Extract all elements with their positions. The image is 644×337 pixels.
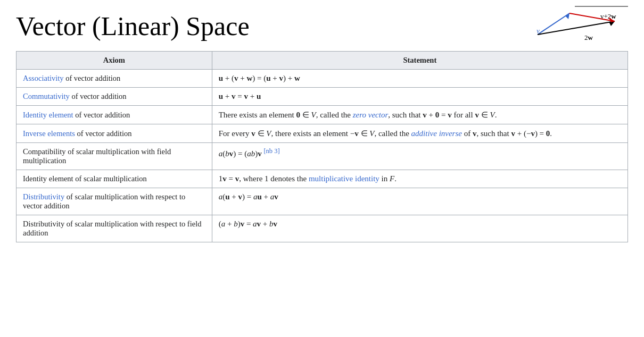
axiom-header: Axiom bbox=[16, 52, 212, 70]
table-row: Inverse elements of vector addition For … bbox=[16, 124, 628, 143]
axiom-text: of vector addition bbox=[65, 74, 120, 82]
axiom-text: Identity element of scalar multiplicatio… bbox=[23, 174, 147, 183]
table-row: Commutativity of vector addition u + v =… bbox=[16, 88, 628, 106]
table-row: Identity element of vector addition Ther… bbox=[16, 106, 628, 124]
table-row: Compatibility of scalar multiplication w… bbox=[16, 143, 628, 170]
axiom-text: of vector addition bbox=[75, 111, 130, 119]
multiplicative-identity-link[interactable]: multiplicative identity bbox=[309, 174, 379, 183]
distributivity-link[interactable]: Distributivity bbox=[23, 192, 64, 201]
commutativity-link[interactable]: Commutativity bbox=[23, 92, 70, 100]
statement-cell: a(u + v) = au + av bbox=[212, 188, 628, 215]
statement-text: a(u + v) = au + av bbox=[219, 192, 278, 201]
statement-text: For every v ∈ V, there exists an element… bbox=[219, 129, 552, 138]
w2-label: 2w bbox=[584, 33, 593, 41]
nb3-link[interactable]: [nb 3] bbox=[263, 149, 279, 158]
top-section: Vector (Linear) Space v v+2w 2w bbox=[16, 11, 628, 51]
axiom-cell: Distributivity of scalar multiplication … bbox=[16, 215, 212, 242]
inverse-elements-link[interactable]: Inverse elements bbox=[23, 129, 75, 138]
axiom-text: Compatibility of scalar multiplication w… bbox=[23, 147, 171, 165]
axioms-table: Axiom Statement Associativity of vector … bbox=[16, 51, 628, 242]
statement-cell: u + v = v + u bbox=[212, 88, 628, 106]
axiom-text: of vector addition bbox=[77, 129, 131, 138]
table-row: Distributivity of scalar multiplication … bbox=[16, 215, 628, 242]
additive-inverse-link[interactable]: additive inverse bbox=[411, 129, 462, 138]
axiom-cell: Identity element of vector addition bbox=[16, 106, 212, 124]
svg-line-3 bbox=[538, 21, 615, 35]
statement-cell: a(bv) = (ab)v [nb 3] bbox=[212, 143, 628, 170]
page-title: Vector (Linear) Space bbox=[16, 11, 250, 41]
statement-cell: u + (v + w) = (u + v) + w bbox=[212, 70, 628, 88]
table-row: Associativity of vector addition u + (v … bbox=[16, 70, 628, 88]
statement-header: Statement bbox=[212, 52, 628, 70]
statement-text: u + (v + w) = (u + v) + w bbox=[219, 74, 300, 82]
table-row: Distributivity of scalar multiplication … bbox=[16, 188, 628, 215]
statement-text: (a + b)v = av + bv bbox=[219, 220, 277, 228]
statement-text: a(bv) = (ab)v [nb 3] bbox=[219, 149, 280, 158]
axiom-cell: Inverse elements of vector addition bbox=[16, 124, 212, 143]
table-row: Identity element of scalar multiplicatio… bbox=[16, 170, 628, 188]
axiom-text: of vector addition bbox=[71, 92, 126, 100]
associativity-link[interactable]: Associativity bbox=[23, 74, 64, 82]
axiom-text: Distributivity of scalar multiplication … bbox=[23, 220, 201, 237]
statement-text: 1v = v, where 1 denotes the multiplicati… bbox=[219, 174, 397, 183]
axiom-cell: Compatibility of scalar multiplication w… bbox=[16, 143, 212, 170]
axiom-cell: Associativity of vector addition bbox=[16, 70, 212, 88]
statement-cell: For every v ∈ V, there exists an element… bbox=[212, 124, 628, 143]
identity-element-link[interactable]: Identity element bbox=[23, 111, 73, 119]
axiom-cell: Commutativity of vector addition bbox=[16, 88, 212, 106]
axiom-cell: Identity element of scalar multiplicatio… bbox=[16, 170, 212, 188]
statement-text: u + v = v + u bbox=[219, 92, 261, 100]
statement-text: There exists an element 0 ∈ V, called th… bbox=[219, 111, 497, 119]
v-label: v bbox=[536, 27, 540, 35]
axiom-cell: Distributivity of scalar multiplication … bbox=[16, 188, 212, 215]
vector-diagram: v v+2w 2w bbox=[522, 5, 628, 48]
statement-cell: There exists an element 0 ∈ V, called th… bbox=[212, 106, 628, 124]
statement-cell: 1v = v, where 1 denotes the multiplicati… bbox=[212, 170, 628, 188]
zero-vector-link[interactable]: zero vector bbox=[353, 111, 389, 119]
statement-cell: (a + b)v = av + bv bbox=[212, 215, 628, 242]
